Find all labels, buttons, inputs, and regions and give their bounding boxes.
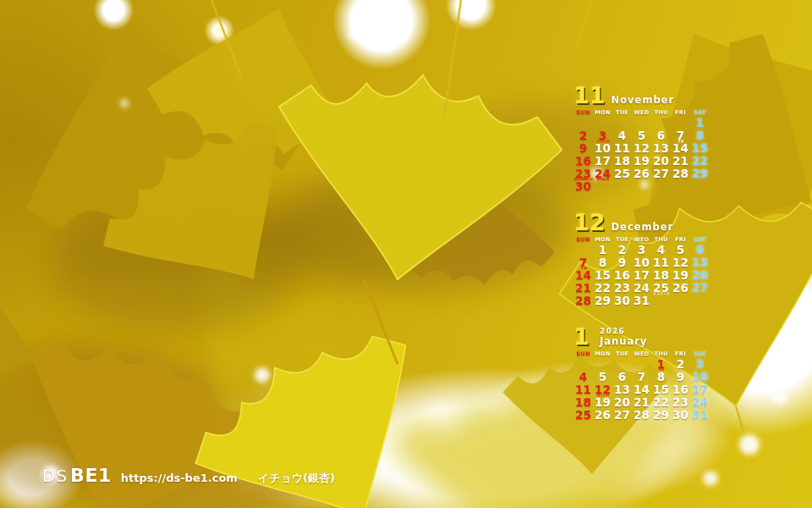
date-number: 31 [690, 409, 710, 422]
weekday-header: FRI [671, 108, 690, 117]
date-cell: 20 [651, 155, 671, 168]
date-number: 11 [651, 257, 671, 269]
date-cell: 29 [593, 295, 612, 307]
date-number: 18 [573, 396, 593, 409]
date-number: 18 [612, 155, 632, 168]
date-cell: 3 [690, 358, 710, 371]
date-cell: 17 [593, 155, 612, 168]
date-cell: 9 [612, 257, 632, 269]
date-cell: 27 [612, 409, 632, 422]
date-number: 30 [671, 409, 690, 422]
date-cell: 1 [593, 244, 612, 257]
footer: DS BE1 https://ds-be1.com イチョウ(銀杏) [42, 465, 335, 486]
date-number: 2 [573, 130, 593, 142]
date-number: 24 [690, 396, 710, 409]
date-number: 27 [651, 168, 671, 180]
date-number: 16 [612, 269, 632, 282]
date-number: 9 [671, 371, 690, 384]
date-number: 22 [593, 282, 612, 295]
date-cell [690, 295, 710, 307]
date-number: 3 [690, 358, 710, 371]
date-cell: 27 [651, 168, 671, 180]
date-cell [573, 244, 593, 257]
date-number: 11 [612, 142, 632, 155]
weekday-header: WED [632, 350, 651, 358]
date-number: 18 [651, 269, 671, 282]
date-cell: 11 [573, 384, 593, 396]
date-cell: 3 [632, 244, 651, 257]
calendar-grid: SUNMONTUEWEDTHUFRISAT1234567大雪8910111213… [568, 235, 721, 307]
date-number: 23 [612, 282, 632, 295]
date-cell: 29 [651, 409, 671, 422]
date-cell: 15 [651, 384, 671, 396]
date-cell: 7 [632, 371, 651, 384]
date-cell [612, 180, 632, 193]
date-number: 20 [690, 269, 710, 282]
date-number: 8 [690, 130, 710, 142]
date-cell: 4 [612, 130, 632, 142]
date-number: 15 [690, 142, 710, 155]
date-number: 11 [573, 384, 593, 396]
month-number: 12 [573, 212, 606, 234]
date-cell: 10 [593, 142, 612, 155]
date-number: 5 [593, 371, 612, 384]
date-number: 27 [690, 282, 710, 295]
date-number: 20 [651, 155, 671, 168]
date-cell: 5 [632, 130, 651, 142]
date-number: 2 [612, 244, 632, 257]
date-cell: 28 [573, 295, 593, 307]
date-number: 19 [671, 269, 690, 282]
date-number: 12 [671, 257, 690, 269]
weekday-header: MON [593, 108, 612, 117]
month-name: November [612, 95, 675, 106]
date-cell: 22 [651, 396, 671, 409]
date-cell: 15 [690, 142, 710, 155]
date-cell: 20 [690, 269, 710, 282]
date-cell: 26 [632, 168, 651, 180]
date-cell [671, 295, 690, 307]
month-number: 1 [573, 326, 594, 348]
date-cell: 26 [593, 409, 612, 422]
brand-be1-logo: BE1 [70, 465, 112, 486]
date-number: 13 [612, 384, 632, 396]
date-number: 16 [573, 155, 593, 168]
date-cell: 23勤労感謝の日 [573, 168, 593, 180]
date-cell: 10 [632, 257, 651, 269]
date-number: 9 [612, 257, 632, 269]
weekday-header: TUE [612, 350, 632, 358]
date-number: 7 [632, 371, 651, 384]
date-number: 6 [612, 371, 632, 384]
date-number: 10 [632, 257, 651, 269]
date-number: 6 [690, 244, 710, 257]
date-cell [690, 180, 710, 193]
date-number: 24 [632, 282, 651, 295]
date-cell: 23 [612, 282, 632, 295]
date-number: 23 [671, 396, 690, 409]
date-number: 12 [632, 142, 651, 155]
date-cell: 28 [671, 168, 690, 180]
date-cell: 19 [632, 155, 651, 168]
date-cell: 17 [632, 269, 651, 282]
date-cell: 13 [612, 384, 632, 396]
date-number: 14 [573, 269, 593, 282]
date-cell: 3文化の日 [593, 130, 612, 142]
month-meta: November [612, 95, 675, 107]
site-url: https://ds-be1.com [121, 472, 238, 484]
date-cell: 18 [573, 396, 593, 409]
date-number: 1 [593, 244, 612, 257]
date-number: 14 [632, 384, 651, 396]
date-number: 10 [690, 371, 710, 384]
date-number: 31 [632, 295, 651, 307]
wallpaper-calendar: 11NovemberSUNMONTUEWEDTHUFRISAT123文化の日45… [0, 0, 812, 508]
date-cell: 19 [593, 396, 612, 409]
date-cell: 15 [593, 269, 612, 282]
date-cell: 6 [612, 371, 632, 384]
date-number: 6 [651, 130, 671, 142]
date-number: 17 [593, 155, 612, 168]
date-cell [612, 358, 632, 371]
date-cell: 31 [632, 295, 651, 307]
date-cell: 25 [573, 409, 593, 422]
date-cell: 16 [671, 384, 690, 396]
calendar-november: 11NovemberSUNMONTUEWEDTHUFRISAT123文化の日45… [568, 78, 721, 193]
date-cell: 6 [690, 244, 710, 257]
